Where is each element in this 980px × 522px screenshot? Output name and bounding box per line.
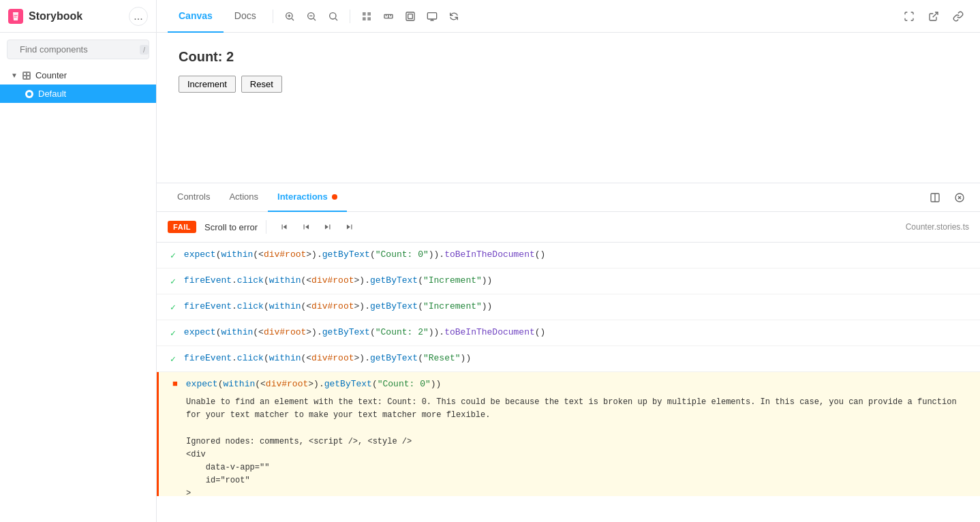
svg-rect-4	[27, 73, 29, 75]
tab-controls[interactable]: Controls	[168, 183, 219, 212]
app-title: Storybook	[29, 10, 82, 22]
media-controls	[275, 217, 359, 236]
error-row-header: ■ expect(within(<div#root>).getByText("C…	[172, 379, 966, 389]
interaction-code: fireEvent.click(within(<div#root>).getBy…	[184, 353, 471, 363]
svg-line-15	[313, 18, 316, 20]
open-new-tab-icon[interactable]	[923, 5, 945, 27]
svg-rect-23	[406, 12, 414, 20]
interaction-code-error: expect(within(<div#root>).getByText("Cou…	[186, 379, 442, 389]
first-frame-button[interactable]	[275, 217, 294, 236]
error-icon: ■	[172, 379, 178, 389]
last-frame-button[interactable]	[340, 217, 359, 236]
svg-rect-25	[427, 12, 436, 18]
interaction-code: expect(within(<div#root>).getByText("Cou…	[184, 327, 546, 337]
refresh-icon[interactable]	[443, 5, 465, 27]
tree-label-default: Default	[38, 89, 66, 99]
zoom-reset-icon[interactable]	[322, 5, 344, 27]
error-message: Unable to find an element with the text:…	[186, 396, 957, 496]
svg-rect-2	[22, 72, 31, 80]
storybook-logo	[8, 9, 23, 24]
interaction-row: ✓ fireEvent.click(within(<div#root>).get…	[157, 346, 980, 372]
search-shortcut: /	[140, 45, 149, 55]
increment-button[interactable]: Increment	[179, 76, 236, 93]
zoom-out-icon[interactable]	[301, 5, 322, 27]
check-icon: ✓	[170, 276, 176, 287]
outline-icon[interactable]	[399, 5, 421, 27]
check-icon: ✓	[170, 250, 176, 261]
sidebar: Storybook ... / ▼ Counter	[0, 0, 157, 522]
interaction-row: ✓ fireEvent.click(within(<div#root>).get…	[157, 294, 980, 320]
tree-item-counter[interactable]: ▼ Counter	[0, 66, 156, 85]
svg-point-17	[329, 12, 335, 18]
toolbar-separator	[266, 220, 266, 234]
bottom-panel: Controls Actions Interactions	[157, 183, 980, 496]
canvas-area: Count: 2 Increment Reset	[157, 33, 980, 183]
interactions-error-badge	[332, 194, 337, 200]
chevron-down-icon: ▼	[11, 72, 18, 79]
interaction-row-error: ■ expect(within(<div#root>).getByText("C…	[157, 372, 980, 496]
tree-label-counter: Counter	[35, 70, 67, 80]
svg-rect-6	[27, 76, 29, 78]
fullscreen-icon[interactable]	[898, 5, 920, 27]
svg-point-9	[27, 92, 31, 96]
svg-rect-24	[408, 14, 412, 18]
fail-badge: FAIL	[168, 221, 196, 233]
toolbar-separator-1	[273, 10, 273, 23]
interactions-toolbar: FAIL Scroll to error	[157, 212, 980, 243]
sidebar-header: Storybook ...	[0, 0, 156, 33]
grid-icon[interactable]	[356, 5, 378, 27]
next-frame-button[interactable]	[318, 217, 337, 236]
interaction-row: ✓ expect(within(<div#root>).getByText("C…	[157, 243, 980, 268]
reset-button[interactable]: Reset	[241, 76, 282, 93]
panel-actions	[925, 188, 969, 207]
zoom-in-icon[interactable]	[279, 5, 301, 27]
panel-tabs: Controls Actions Interactions	[157, 183, 980, 212]
scroll-to-error-button[interactable]: Scroll to error	[204, 222, 258, 232]
interaction-row: ✓ expect(within(<div#root>).getByText("C…	[157, 320, 980, 346]
check-icon: ✓	[170, 302, 176, 313]
panel-close-icon[interactable]	[950, 188, 969, 207]
search-input[interactable]	[20, 44, 134, 55]
interaction-code: expect(within(<div#root>).getByText("Cou…	[184, 249, 546, 260]
tab-actions[interactable]: Actions	[219, 183, 268, 212]
prev-frame-button[interactable]	[296, 217, 316, 236]
copy-link-icon[interactable]	[947, 5, 969, 27]
check-icon: ✓	[170, 328, 176, 339]
more-button[interactable]: ...	[129, 7, 148, 26]
story-icon	[25, 89, 34, 99]
interaction-row: ✓ fireEvent.click(within(<div#root>).get…	[157, 268, 980, 294]
count-display: Count: 2	[179, 49, 958, 65]
svg-line-11	[292, 18, 294, 20]
tree-item-default[interactable]: Default	[0, 85, 156, 103]
toolbar-right	[898, 5, 969, 27]
main-content: Canvas Docs	[157, 0, 980, 522]
tab-canvas[interactable]: Canvas	[168, 0, 224, 33]
interactions-list: ✓ expect(within(<div#root>).getByText("C…	[157, 243, 980, 496]
panel-split-icon[interactable]	[925, 188, 945, 207]
toolbar-separator-2	[350, 10, 350, 23]
component-icon	[22, 71, 31, 80]
tab-interactions[interactable]: Interactions	[268, 183, 347, 212]
svg-rect-5	[24, 76, 26, 78]
tab-interactions-label: Interactions	[277, 191, 328, 202]
tab-docs[interactable]: Docs	[224, 0, 267, 33]
measure-icon[interactable]	[378, 5, 399, 27]
interaction-code: fireEvent.click(within(<div#root>).getBy…	[184, 301, 493, 311]
check-icon: ✓	[170, 354, 176, 365]
canvas-toolbar: Canvas Docs	[157, 0, 980, 33]
viewport-icon[interactable]	[421, 5, 443, 27]
button-group: Increment Reset	[179, 76, 958, 93]
search-bar[interactable]: /	[7, 40, 149, 59]
svg-line-18	[335, 18, 337, 20]
svg-line-28	[933, 12, 938, 17]
svg-rect-3	[24, 73, 26, 75]
interaction-code: fireEvent.click(within(<div#root>).getBy…	[184, 275, 493, 286]
stories-filename: Counter.stories.ts	[906, 222, 969, 232]
